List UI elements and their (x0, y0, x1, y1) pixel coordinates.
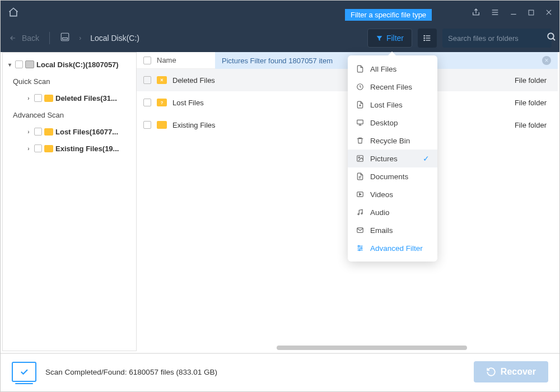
menu-item-advanced-filter[interactable]: Advanced Filter (348, 239, 437, 257)
disk-icon (60, 32, 70, 44)
menu-label: Recent Files (370, 83, 412, 91)
lost-file-icon (356, 100, 365, 109)
menu-item-audio[interactable]: Audio (348, 203, 437, 221)
svg-point-23 (361, 213, 362, 214)
check-icon: ✓ (423, 154, 430, 163)
checkbox[interactable] (143, 76, 151, 84)
checkbox[interactable] (34, 144, 42, 152)
tree-section-advanced[interactable]: Advanced Scan (3, 106, 136, 123)
checkbox[interactable] (143, 121, 151, 129)
tree-item-lost[interactable]: › Lost Files(16077... (3, 123, 136, 140)
sliders-icon (356, 244, 365, 253)
svg-point-30 (359, 249, 360, 250)
content-pane: Name Pictures Filter found 1807057 item … (137, 52, 558, 351)
scan-complete-icon (12, 362, 36, 382)
menu-label: Lost Files (370, 101, 403, 109)
titlebar (1, 1, 559, 24)
checkbox[interactable] (15, 60, 23, 68)
menu-item-recent[interactable]: Recent Files (348, 78, 437, 96)
folder-icon: × (157, 76, 167, 84)
tree-root-label: Local Disk(C:)(1807057) (36, 60, 119, 69)
menu-label: Audio (370, 208, 390, 217)
column-name[interactable]: Name (157, 56, 176, 64)
chevron-right-icon[interactable]: › (25, 146, 32, 152)
chevron-down-icon[interactable]: ▾ (6, 62, 13, 68)
breadcrumb[interactable]: Local Disk(C:) (90, 34, 139, 43)
share-icon[interactable] (472, 8, 480, 17)
sidebar: ▾ Local Disk(C:)(1807057) Quick Scan › D… (2, 52, 137, 351)
menu-item-all-files[interactable]: All Files (348, 60, 437, 78)
chevron-right-icon[interactable]: › (25, 129, 32, 135)
scan-status: Scan Completed/Found: 6180057 files (833… (45, 368, 217, 376)
filter-button[interactable]: Filter (367, 29, 412, 48)
search-box[interactable] (442, 29, 552, 48)
recover-label: Recover (501, 367, 536, 377)
checkbox[interactable] (34, 94, 42, 102)
scrollbar-thumb[interactable] (277, 346, 467, 350)
clock-icon (356, 82, 365, 91)
menu-item-pictures[interactable]: Pictures ✓ (348, 150, 437, 167)
row-type: File folder (515, 99, 551, 107)
footer: Scan Completed/Found: 6180057 files (833… (1, 353, 559, 390)
folder-icon (157, 121, 167, 129)
mail-icon (356, 226, 365, 235)
desktop-icon (356, 118, 365, 127)
svg-point-13 (424, 38, 424, 38)
audio-icon (356, 208, 365, 217)
menu-item-documents[interactable]: Documents (348, 167, 437, 185)
menu-item-emails[interactable]: Emails (348, 221, 437, 239)
minimize-icon[interactable] (510, 8, 517, 16)
svg-point-22 (358, 213, 359, 214)
maximize-icon[interactable] (528, 9, 535, 16)
tree-section-quick[interactable]: Quick Scan (3, 73, 136, 90)
menu-item-videos[interactable]: Videos (348, 185, 437, 203)
main-area: ▾ Local Disk(C:)(1807057) Quick Scan › D… (2, 52, 558, 351)
svg-point-29 (361, 248, 362, 249)
filter-dropdown: All Files Recent Files Lost Files Deskto… (348, 55, 437, 262)
banner-close-icon[interactable]: × (542, 56, 551, 65)
horizontal-scrollbar[interactable] (137, 344, 558, 351)
select-all-checkbox[interactable] (143, 57, 151, 64)
table-row[interactable]: ? Lost Files File folder (137, 91, 558, 114)
tree-root[interactable]: ▾ Local Disk(C:)(1807057) (3, 56, 136, 73)
back-button[interactable]: Back (8, 34, 39, 43)
search-icon[interactable] (547, 32, 557, 44)
recover-button[interactable]: Recover (474, 361, 548, 382)
table-row[interactable]: × Deleted Files File folder (137, 69, 558, 91)
trash-icon (356, 136, 365, 145)
menu-label: Recycle Bin (370, 137, 410, 145)
table-row[interactable]: Existing Files File folder (137, 114, 558, 136)
folder-icon (44, 95, 53, 102)
folder-icon: ? (157, 99, 167, 106)
back-label: Back (22, 34, 39, 43)
menu-label: Advanced Filter (370, 244, 423, 253)
svg-point-12 (424, 35, 424, 36)
tree-item-existing[interactable]: › Existing Files(19... (3, 140, 136, 157)
svg-rect-18 (357, 120, 363, 124)
tree-item-deleted[interactable]: › Deleted Files(31... (3, 90, 136, 106)
row-name: Existing Files (172, 121, 509, 129)
menu-item-desktop[interactable]: Desktop (348, 114, 437, 132)
checkbox[interactable] (34, 128, 42, 136)
menu-icon[interactable] (491, 8, 500, 17)
home-icon[interactable] (7, 6, 20, 18)
chevron-right-icon[interactable]: › (25, 95, 32, 101)
row-name: Lost Files (172, 99, 509, 107)
filter-label: Filter (386, 34, 404, 43)
svg-point-15 (548, 33, 554, 39)
menu-item-lost[interactable]: Lost Files (348, 96, 437, 114)
image-icon (356, 154, 365, 163)
section-label: Advanced Scan (13, 111, 64, 119)
list-view-button[interactable] (418, 29, 437, 48)
row-type: File folder (515, 121, 551, 129)
close-icon[interactable] (545, 8, 553, 16)
menu-label: Desktop (370, 119, 398, 127)
checkbox[interactable] (143, 99, 151, 106)
section-label: Quick Scan (13, 77, 50, 86)
chevron-right-icon: › (79, 34, 81, 42)
menu-item-recycle[interactable]: Recycle Bin (348, 132, 437, 150)
menu-label: Documents (370, 172, 408, 181)
search-input[interactable] (448, 34, 542, 43)
folder-icon (44, 128, 53, 136)
svg-point-28 (358, 245, 360, 246)
